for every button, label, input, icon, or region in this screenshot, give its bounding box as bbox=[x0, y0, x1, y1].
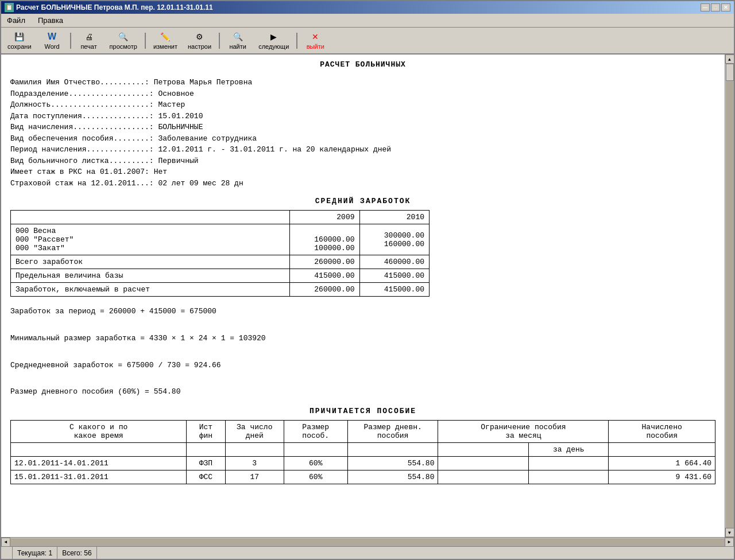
current-value: 1 bbox=[48, 549, 52, 557]
save-icon: 💾 bbox=[13, 31, 26, 42]
benefit-th-pct-2 bbox=[284, 442, 347, 456]
toolbar-sep-4 bbox=[296, 33, 297, 49]
edit-button[interactable]: ✏️ изменит bbox=[149, 29, 181, 52]
benefit-header-row: С какого и покакое время Истфин За число… bbox=[11, 420, 715, 442]
earnings-limit-2009: 415000.00 bbox=[290, 269, 360, 283]
earnings-total-row: Всего заработок 260000.00 460000.00 bbox=[11, 255, 430, 269]
minimize-button[interactable]: — bbox=[701, 3, 710, 11]
info-label-period: Период начисления..............: bbox=[10, 144, 158, 155]
exit-label: выйти bbox=[307, 43, 324, 50]
info-row-period: Период начисления..............: 12.01.2… bbox=[10, 144, 715, 155]
benefit-row1-accrued: 1 664.40 bbox=[609, 456, 715, 470]
statusbar-total: Всего: 56 bbox=[57, 547, 97, 559]
calc-line-1: Заработок за период = 260000 + 415000 = … bbox=[10, 305, 715, 318]
info-row-rks: Имеет стаж в РКС на 01.01.2007: Нет bbox=[10, 166, 715, 178]
benefit-title: ПРИЧИТАЕТСЯ ПОСОБИЕ bbox=[10, 407, 715, 415]
info-label-type: Вид начисления.................: bbox=[10, 122, 158, 133]
title-bar: 📋 Расчет БОЛЬНИЧНЫЕ Петрова М.П. пер. 12… bbox=[1, 1, 734, 14]
next-button[interactable]: ▶ следующи bbox=[254, 29, 293, 52]
earnings-limit-2010: 415000.00 bbox=[359, 269, 430, 283]
earnings-total-desc: Всего заработок bbox=[11, 255, 290, 269]
scroll-track[interactable] bbox=[726, 64, 734, 528]
scroll-down-button[interactable]: ▼ bbox=[725, 528, 734, 537]
earnings-orgs-desc: 000 Весна000 "Рассвет"000 "Закат" bbox=[11, 224, 290, 255]
info-value-benefit-type: Заболевание сотрудника bbox=[158, 133, 257, 145]
content-area[interactable]: РАСЧЕТ БОЛЬНИЧНЫХ Фамилия Имя Отчество..… bbox=[1, 55, 725, 537]
benefit-th-accrued: Начисленопособия bbox=[609, 420, 715, 442]
benefit-row1-period: 12.01.2011-14.01.2011 bbox=[11, 456, 187, 470]
scroll-right-button[interactable]: ► bbox=[725, 538, 734, 547]
exit-button[interactable]: ✕ выйти bbox=[301, 29, 330, 52]
info-row-pos: Должность......................: Мастер bbox=[10, 99, 715, 111]
earnings-limit-row: Предельная величина базы 415000.00 41500… bbox=[11, 269, 430, 283]
earnings-orgs-row: 000 Весна000 "Рассвет"000 "Закат" 160000… bbox=[11, 224, 430, 255]
earnings-included-row: Заработок, включаемый в расчет 260000.00… bbox=[11, 283, 430, 297]
print-label: печат bbox=[80, 43, 96, 50]
calc-line-2: Минимальный размер заработка = 4330 × 1 … bbox=[10, 332, 715, 345]
benefit-row1-daily: 554.80 bbox=[347, 456, 438, 470]
scroll-thumb[interactable] bbox=[726, 64, 734, 81]
toolbar-sep-1 bbox=[70, 33, 71, 49]
benefit-row2-lim-day bbox=[529, 470, 609, 484]
edit-label: изменит bbox=[153, 43, 177, 50]
info-label-sheet-type: Вид больничного листка.........: bbox=[10, 155, 158, 167]
menubar: Файл Правка bbox=[1, 14, 734, 28]
benefit-th-days: За числодней bbox=[225, 420, 284, 442]
maximize-button[interactable]: □ bbox=[711, 3, 720, 11]
statusbar: Текущая: 1 Всего: 56 bbox=[1, 546, 734, 559]
calc-block: Заработок за период = 260000 + 415000 = … bbox=[10, 305, 715, 399]
print-button[interactable]: 🖨 печат bbox=[75, 29, 103, 52]
info-block: Фамилия Имя Отчество..........: Петрова … bbox=[10, 77, 715, 189]
find-icon: 🔍 bbox=[231, 31, 244, 42]
info-row-insurance: Страховой стаж на 12.01.2011...: 02 лет … bbox=[10, 178, 715, 189]
earnings-title: СРЕДНИЙ ЗАРАБОТОК bbox=[10, 197, 715, 205]
hscroll-track[interactable] bbox=[10, 538, 725, 546]
print-icon: 🖨 bbox=[83, 31, 95, 42]
info-row-dept: Подразделение..................: Основно… bbox=[10, 88, 715, 100]
earnings-limit-desc: Предельная величина базы bbox=[11, 269, 290, 283]
next-icon: ▶ bbox=[268, 31, 280, 42]
benefit-th-pct: Размерпособ. bbox=[284, 420, 347, 442]
save-button[interactable]: 💾 сохрани bbox=[3, 29, 36, 52]
menu-file[interactable]: Файл bbox=[3, 15, 29, 26]
benefit-th-period-2 bbox=[11, 442, 187, 456]
preview-button[interactable]: 🔍 просмотр bbox=[106, 29, 141, 52]
menu-edit[interactable]: Правка bbox=[34, 15, 67, 26]
earnings-col-2009: 2009 bbox=[290, 211, 360, 224]
earnings-table: 2009 2010 000 Весна000 "Рассвет"000 "Зак… bbox=[10, 210, 430, 297]
earnings-included-desc: Заработок, включаемый в расчет bbox=[11, 283, 290, 297]
earnings-total-2009: 260000.00 bbox=[290, 255, 360, 269]
info-label-pos: Должность......................: bbox=[10, 99, 158, 111]
info-label-benefit-type: Вид обеспечения пособия........: bbox=[10, 133, 158, 145]
info-value-rks: Нет bbox=[154, 166, 167, 178]
benefit-row2-accrued: 9 431.60 bbox=[609, 470, 715, 484]
word-button[interactable]: W Word bbox=[38, 29, 67, 52]
benefit-th-source: Истфин bbox=[187, 420, 226, 442]
find-button[interactable]: 🔍 найти bbox=[223, 29, 252, 52]
benefit-th-accrued-2 bbox=[609, 442, 715, 456]
info-value-date: 15.01.2010 bbox=[158, 111, 203, 122]
horizontal-scrollbar[interactable]: ◄ ► bbox=[1, 537, 734, 546]
vertical-scrollbar[interactable]: ▲ ▼ bbox=[725, 55, 734, 537]
settings-icon: ⚙ bbox=[194, 31, 206, 42]
earnings-col-header-desc bbox=[11, 211, 290, 224]
close-button[interactable]: ✕ bbox=[721, 3, 730, 11]
info-row-benefit-type: Вид обеспечения пособия........: Заболев… bbox=[10, 133, 715, 145]
info-label-rks: Имеет стаж в РКС на 01.01.2007: bbox=[10, 166, 154, 178]
word-icon: W bbox=[46, 31, 59, 42]
benefit-row2-days: 17 bbox=[225, 470, 284, 484]
preview-icon: 🔍 bbox=[117, 31, 130, 42]
earnings-included-2010: 415000.00 bbox=[359, 283, 430, 297]
info-value-pos: Мастер bbox=[158, 99, 185, 111]
content-wrapper: РАСЧЕТ БОЛЬНИЧНЫХ Фамилия Имя Отчество..… bbox=[1, 55, 734, 537]
benefit-row-1: 12.01.2011-14.01.2011 ФЗП 3 60% 554.80 1… bbox=[11, 456, 715, 470]
benefit-th-limit-day: за день bbox=[529, 442, 609, 456]
scroll-left-button[interactable]: ◄ bbox=[1, 538, 10, 547]
benefit-row2-daily: 554.80 bbox=[347, 470, 438, 484]
toolbar: 💾 сохрани W Word 🖨 печат 🔍 просмотр ✏️ и… bbox=[1, 28, 734, 55]
info-label-fio: Фамилия Имя Отчество..........: bbox=[10, 77, 154, 88]
settings-button[interactable]: ⚙ настрои bbox=[184, 29, 215, 52]
scroll-up-button[interactable]: ▲ bbox=[725, 55, 734, 64]
window-title: Расчет БОЛЬНИЧНЫЕ Петрова М.П. пер. 12.0… bbox=[16, 3, 213, 11]
info-row-sheet-type: Вид больничного листка.........: Первичн… bbox=[10, 155, 715, 167]
